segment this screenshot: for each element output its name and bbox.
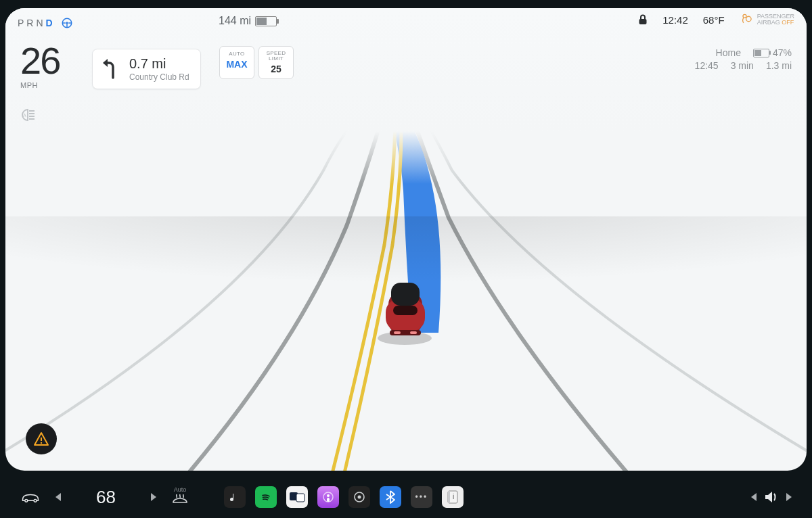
svg-text:A: A	[23, 113, 26, 118]
volume-control[interactable]	[751, 490, 792, 504]
turn-distance: 0.7 mi	[129, 56, 189, 72]
exterior-temp: 68°F	[703, 14, 725, 26]
cabin-temp[interactable]: 68	[96, 487, 116, 508]
autopilot-max-button[interactable]: AUTO MAX	[219, 46, 254, 79]
svg-point-16	[25, 499, 28, 502]
clock: 12:42	[662, 14, 688, 26]
car-controls-icon[interactable]	[20, 487, 41, 507]
spotify-app-icon[interactable]	[255, 486, 277, 508]
svg-rect-3	[391, 283, 420, 306]
arrival-time: 12:45	[695, 60, 719, 71]
speedometer: 26 MPH	[20, 42, 60, 89]
range-miles: 144 mi	[219, 15, 251, 27]
music-app-icon[interactable]	[224, 486, 246, 508]
volume-down-button[interactable]	[751, 493, 757, 501]
svg-point-11	[743, 14, 746, 18]
speaker-icon	[763, 490, 780, 504]
trip-distance: 1.3 mi	[766, 60, 792, 71]
more-apps-button[interactable]: •••	[411, 486, 432, 508]
lock-icon[interactable]	[638, 14, 648, 25]
speed-unit: MPH	[20, 81, 60, 89]
temp-down-button[interactable]	[55, 493, 61, 501]
tunein-app-icon[interactable]	[286, 486, 308, 508]
manual-app-icon[interactable]: i	[442, 486, 464, 508]
svg-point-21	[327, 494, 330, 497]
trip-summary[interactable]: Home 47% 12:45 3 min 1.3 mi	[695, 47, 792, 71]
svg-rect-7	[410, 331, 417, 334]
arrival-battery: 47%	[753, 47, 792, 58]
svg-rect-4	[393, 306, 418, 315]
autopilot-icon	[61, 17, 73, 31]
defrost-mode-label: Auto	[174, 486, 187, 493]
defrost-button[interactable]: Auto	[171, 486, 189, 508]
battery-icon	[255, 16, 277, 26]
bluetooth-app-icon[interactable]	[380, 486, 401, 508]
volume-up-button[interactable]	[786, 493, 792, 501]
turn-left-icon	[101, 56, 121, 82]
temp-up-button[interactable]	[151, 493, 156, 501]
speed-limits: AUTO MAX SPEED LIMIT 25	[219, 46, 294, 79]
airbag-icon	[740, 12, 753, 27]
svg-text:i: i	[453, 493, 454, 500]
svg-point-17	[34, 499, 37, 502]
destination-name: Home	[716, 47, 741, 58]
speed-value: 26	[20, 42, 60, 80]
svg-point-15	[41, 442, 42, 444]
app-launcher: ••• i	[224, 486, 464, 508]
podcasts-app-icon[interactable]	[317, 486, 339, 508]
alert-button[interactable]	[26, 423, 57, 454]
gear-indicator: PRND	[18, 18, 55, 28]
touchscreen: PRND 144 mi 12:42 68°F PASSENGER AIRBAG …	[5, 8, 807, 471]
auto-highbeam-icon: A	[19, 108, 37, 124]
svg-point-24	[357, 496, 361, 499]
svg-rect-10	[639, 19, 647, 24]
svg-point-12	[746, 16, 751, 22]
bottom-dock: 68 Auto ••• i	[0, 476, 812, 518]
next-turn-card[interactable]: 0.7 mi Country Club Rd	[92, 49, 201, 89]
turn-road: Country Club Rd	[129, 72, 189, 82]
svg-rect-6	[394, 331, 401, 334]
trip-duration: 3 min	[731, 60, 754, 71]
svg-rect-26	[448, 491, 450, 503]
status-bar-right: 12:42 68°F PASSENGER AIRBAG OFF	[638, 12, 794, 27]
dashcam-app-icon[interactable]	[348, 486, 370, 508]
passenger-airbag-indicator: PASSENGER AIRBAG OFF	[740, 12, 794, 27]
speed-limit-sign: SPEED LIMIT 25	[258, 46, 294, 79]
svg-point-9	[66, 22, 68, 24]
svg-rect-20	[296, 494, 304, 502]
range-indicator: 144 mi	[219, 15, 277, 27]
